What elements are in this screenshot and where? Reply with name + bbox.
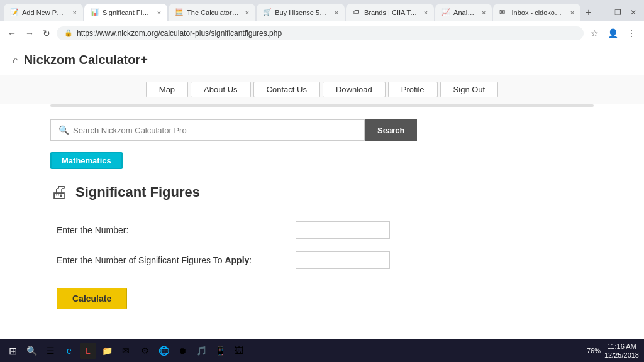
tab-favicon-6: 📈 <box>441 8 450 17</box>
tab-label-7: Inbox - cidokonich... <box>511 9 564 16</box>
page-title: Significant Figures <box>75 184 200 200</box>
taskbar-store[interactable]: L <box>80 343 96 359</box>
browser-chrome: 📝 Add New Post ·N × 📊 Significant Figure… <box>0 0 644 45</box>
taskbar-search[interactable]: 🔍 <box>23 343 40 359</box>
tab-favicon-1: 📝 <box>10 8 19 17</box>
start-button[interactable]: ⊞ <box>5 344 21 358</box>
form-section: Enter the Number: Enter the Number of Si… <box>50 221 594 309</box>
form-label-sigfig: Enter the Number of Significant Figures … <box>57 255 296 265</box>
tab-close-1[interactable]: × <box>73 9 77 16</box>
nav-about-us[interactable]: About Us <box>191 82 250 97</box>
tab-label-3: The Calculator En... <box>187 9 240 16</box>
close-button[interactable]: ✕ <box>626 7 640 18</box>
mathematics-badge[interactable]: Mathematics <box>50 152 123 169</box>
tab-hisense[interactable]: 🛒 Buy Hisense 50" L... × <box>257 4 345 21</box>
tab-bar: 📝 Add New Post ·N × 📊 Significant Figure… <box>0 0 644 21</box>
search-button[interactable]: Search <box>365 119 417 141</box>
taskbar-record[interactable]: ⏺ <box>174 343 191 359</box>
forward-button[interactable]: → <box>23 27 36 40</box>
nav-sign-out[interactable]: Sign Out <box>440 82 499 97</box>
taskbar-photos[interactable]: 🖼 <box>231 343 247 359</box>
page-title-section: 🖨 Significant Figures <box>50 182 594 202</box>
url-text: https://www.nickzom.org/calculator-plus/… <box>77 29 282 38</box>
taskbar-tray: 76% 11:16 AM 12/25/2018 <box>587 342 639 360</box>
address-bar: ← → ↻ 🔒 https://www.nickzom.org/calculat… <box>0 21 644 45</box>
calculate-button[interactable]: Calculate <box>57 288 127 309</box>
tab-favicon-3: 🧮 <box>175 8 184 17</box>
form-label-apply: Apply <box>225 255 249 265</box>
tab-close-7[interactable]: × <box>570 9 574 16</box>
search-input[interactable] <box>73 126 357 135</box>
tab-close-5[interactable]: × <box>424 9 428 16</box>
form-label-colon: : <box>249 255 252 265</box>
lock-icon: 🔒 <box>64 29 73 37</box>
taskbar-task-view[interactable]: ☰ <box>42 343 58 359</box>
tab-calculator-en[interactable]: 🧮 The Calculator En... × <box>169 4 255 21</box>
form-row-number: Enter the Number: <box>57 221 587 239</box>
nav-contact-us[interactable]: Contact Us <box>253 82 320 97</box>
tab-close-4[interactable]: × <box>335 9 338 16</box>
tab-favicon-2: 📊 <box>91 8 99 17</box>
form-label-sigfig-text: Enter the Number of Significant Figures … <box>57 255 223 265</box>
reload-button[interactable]: ↻ <box>40 27 53 40</box>
tab-label-4: Buy Hisense 50" L... <box>275 9 329 16</box>
sigfig-input[interactable] <box>296 251 390 269</box>
tab-label-2: Significant Figures <box>103 9 152 16</box>
bookmark-button[interactable]: ☆ <box>587 27 602 40</box>
divider <box>50 322 594 322</box>
search-icon: 🔍 <box>58 125 69 135</box>
tray-clock: 11:16 AM <box>604 342 639 351</box>
page-content: ⌂ Nickzom Calculator+ Map About Us Conta… <box>0 45 644 362</box>
tab-close-3[interactable]: × <box>245 9 249 16</box>
search-input-wrapper: 🔍 <box>50 119 365 141</box>
tab-favicon-4: 🛒 <box>263 8 272 17</box>
tab-inbox[interactable]: ✉ Inbox - cidokonich... × <box>493 4 580 21</box>
tab-label-5: Brands | CIIA Tech... <box>364 9 418 16</box>
form-row-sigfig: Enter the Number of Significant Figures … <box>57 251 587 269</box>
profile-button[interactable]: 👤 <box>604 27 621 40</box>
tab-label-1: Add New Post ·N <box>22 9 67 16</box>
calculator-icon: 🖨 <box>50 182 68 202</box>
taskbar-phone[interactable]: 📱 <box>212 343 228 359</box>
tab-close-2[interactable]: × <box>157 9 161 16</box>
tab-brands-ciia[interactable]: 🏷 Brands | CIIA Tech... × <box>346 4 434 21</box>
main-content: 🔍 Search Mathematics 🖨 Significant Figur… <box>0 107 644 348</box>
tab-favicon-5: 🏷 <box>352 8 361 17</box>
tab-analytics[interactable]: 📈 Analytics × <box>435 4 492 21</box>
nav-bar: Map About Us Contact Us Download Profile… <box>0 75 644 104</box>
taskbar-explorer[interactable]: 📁 <box>99 343 115 359</box>
taskbar: ⊞ 🔍 ☰ e L 📁 ✉ ⚙ 🌐 ⏺ 🎵 📱 🖼 76% 11:16 AM 1… <box>0 339 644 362</box>
tray-date: 12/25/2018 <box>604 351 639 359</box>
tab-add-new-post[interactable]: 📝 Add New Post ·N × <box>4 4 83 21</box>
new-tab-button[interactable]: + <box>582 7 595 18</box>
restore-button[interactable]: ❐ <box>611 7 625 18</box>
url-bar[interactable]: 🔒 https://www.nickzom.org/calculator-plu… <box>57 26 584 40</box>
tab-significant-figures[interactable]: 📊 Significant Figures × <box>84 4 167 21</box>
battery-info: 76% <box>587 347 601 354</box>
nav-map[interactable]: Map <box>146 82 188 97</box>
tab-label-6: Analytics <box>453 9 476 16</box>
nav-profile[interactable]: Profile <box>388 82 438 97</box>
tab-close-6[interactable]: × <box>482 9 486 16</box>
tray-time: 11:16 AM 12/25/2018 <box>604 342 639 360</box>
minimize-button[interactable]: ─ <box>596 7 609 18</box>
menu-button[interactable]: ⋮ <box>624 27 639 40</box>
home-icon: ⌂ <box>13 55 19 66</box>
form-label-number: Enter the Number: <box>57 225 296 235</box>
taskbar-mail[interactable]: ✉ <box>118 343 134 359</box>
browser-actions: ☆ 👤 ⋮ <box>587 27 639 40</box>
back-button[interactable]: ← <box>5 27 19 40</box>
taskbar-settings[interactable]: ⚙ <box>136 343 153 359</box>
tab-favicon-7: ✉ <box>499 8 508 17</box>
nav-download[interactable]: Download <box>323 82 386 97</box>
taskbar-media[interactable]: 🎵 <box>193 343 209 359</box>
taskbar-edge[interactable]: e <box>61 343 77 359</box>
site-logo: Nickzom Calculator+ <box>24 53 148 67</box>
number-input[interactable] <box>296 221 390 239</box>
taskbar-chrome[interactable]: 🌐 <box>155 343 172 359</box>
site-header: ⌂ Nickzom Calculator+ <box>0 45 644 75</box>
search-bar: 🔍 Search <box>50 119 594 141</box>
